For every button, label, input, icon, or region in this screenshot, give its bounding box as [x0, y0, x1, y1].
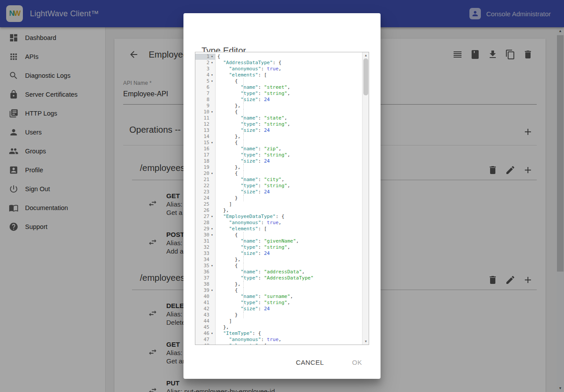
- line-gutter[interactable]: 8: [195, 97, 216, 103]
- line-gutter[interactable]: 5▾: [195, 78, 216, 84]
- fold-toggle-icon[interactable]: ▾: [209, 109, 215, 115]
- code-line[interactable]: 9 },: [195, 103, 362, 109]
- fold-toggle-icon[interactable]: ▾: [209, 54, 215, 60]
- line-gutter[interactable]: 31: [195, 238, 216, 244]
- fold-toggle-icon[interactable]: ▾: [209, 78, 215, 84]
- code-line[interactable]: 31 "name": "givenName",: [195, 238, 362, 244]
- fold-toggle-icon[interactable]: ▾: [209, 171, 215, 177]
- fold-toggle-icon[interactable]: ▾: [209, 232, 215, 238]
- line-gutter[interactable]: 2▾: [195, 60, 216, 66]
- code-line[interactable]: 13 "size": 24: [195, 127, 362, 134]
- line-gutter[interactable]: 34: [195, 257, 216, 263]
- line-gutter[interactable]: 42: [195, 306, 216, 312]
- code-line[interactable]: 5▾ {: [195, 78, 362, 84]
- line-gutter[interactable]: 36: [195, 269, 216, 275]
- code-lines[interactable]: 1▾{2▾ "AddressDataType": {3 "anonymous":…: [195, 52, 362, 345]
- fold-toggle-icon[interactable]: ▾: [209, 226, 215, 232]
- line-gutter[interactable]: 40: [195, 294, 216, 300]
- code-line[interactable]: 26 },: [195, 207, 362, 214]
- fold-toggle-icon[interactable]: ▾: [209, 214, 215, 220]
- line-gutter[interactable]: 35▾: [195, 263, 216, 269]
- line-gutter[interactable]: 11: [195, 115, 216, 121]
- code-line[interactable]: 17 "type": "string",: [195, 152, 362, 158]
- line-gutter[interactable]: 19: [195, 164, 216, 171]
- code-line[interactable]: 39▾ {: [195, 287, 362, 294]
- line-gutter[interactable]: 3: [195, 66, 216, 72]
- line-gutter[interactable]: 47: [195, 337, 216, 343]
- line-gutter[interactable]: 12: [195, 121, 216, 127]
- line-gutter[interactable]: 45: [195, 324, 216, 330]
- code-line[interactable]: 35▾ {: [195, 263, 362, 269]
- line-gutter[interactable]: 27▾: [195, 214, 216, 220]
- line-gutter[interactable]: 16: [195, 146, 216, 152]
- code-line[interactable]: 18 "size": 24: [195, 158, 362, 164]
- line-gutter[interactable]: 37: [195, 275, 216, 281]
- code-line[interactable]: 2▾ "AddressDataType": {: [195, 60, 362, 66]
- code-line[interactable]: 33 "size": 24: [195, 250, 362, 257]
- code-line[interactable]: 32 "type": "string",: [195, 244, 362, 250]
- line-gutter[interactable]: 39▾: [195, 287, 216, 294]
- line-gutter[interactable]: 6: [195, 84, 216, 91]
- code-line[interactable]: 12 "type": "string",: [195, 121, 362, 127]
- code-line[interactable]: 21 "name": "city",: [195, 177, 362, 183]
- fold-toggle-icon[interactable]: ▾: [209, 60, 215, 66]
- code-line[interactable]: 48▾ "elements": [: [195, 343, 362, 345]
- code-line[interactable]: 19 },: [195, 164, 362, 171]
- line-gutter[interactable]: 1▾: [195, 54, 216, 60]
- code-line[interactable]: 38 },: [195, 281, 362, 287]
- code-line[interactable]: 44 ]: [195, 318, 362, 324]
- line-gutter[interactable]: 38: [195, 281, 216, 287]
- code-line[interactable]: 23 "size": 24: [195, 189, 362, 195]
- fold-toggle-icon[interactable]: ▾: [209, 343, 215, 345]
- code-line[interactable]: 8 "size": 24: [195, 97, 362, 103]
- code-line[interactable]: 45 },: [195, 324, 362, 330]
- code-line[interactable]: 40 "name": "surname",: [195, 294, 362, 300]
- code-line[interactable]: 1▾{: [195, 54, 362, 60]
- line-gutter[interactable]: 23: [195, 189, 216, 195]
- fold-toggle-icon[interactable]: ▾: [209, 72, 215, 78]
- fold-toggle-icon[interactable]: ▾: [209, 330, 215, 337]
- line-gutter[interactable]: 18: [195, 158, 216, 164]
- code-line[interactable]: 22 "type": "string",: [195, 183, 362, 189]
- line-gutter[interactable]: 26: [195, 207, 216, 214]
- line-gutter[interactable]: 48▾: [195, 343, 216, 345]
- code-line[interactable]: 27▾ "EmployeeDataType": {: [195, 214, 362, 220]
- line-gutter[interactable]: 20▾: [195, 171, 216, 177]
- line-gutter[interactable]: 29▾: [195, 226, 216, 232]
- code-line[interactable]: 36 "name": "addressData",: [195, 269, 362, 275]
- code-line[interactable]: 15▾ {: [195, 140, 362, 146]
- json-code-editor[interactable]: 1▾{2▾ "AddressDataType": {3 "anonymous":…: [195, 52, 369, 345]
- fold-toggle-icon[interactable]: ▾: [209, 140, 215, 146]
- code-line[interactable]: 28 "anonymous": true,: [195, 220, 362, 226]
- line-gutter[interactable]: 32: [195, 244, 216, 250]
- code-line[interactable]: 24 }: [195, 195, 362, 201]
- editor-scroll-up-icon[interactable]: ▲: [363, 52, 369, 58]
- code-line[interactable]: 6 "name": "street",: [195, 84, 362, 91]
- code-line[interactable]: 3 "anonymous": true,: [195, 66, 362, 72]
- line-gutter[interactable]: 46▾: [195, 330, 216, 337]
- line-gutter[interactable]: 24: [195, 195, 216, 201]
- code-line[interactable]: 43 }: [195, 312, 362, 318]
- code-line[interactable]: 4▾ "elements": [: [195, 72, 362, 78]
- fold-toggle-icon[interactable]: ▾: [209, 287, 215, 294]
- code-line[interactable]: 16 "name": "zip",: [195, 146, 362, 152]
- code-line[interactable]: 10▾ {: [195, 109, 362, 115]
- line-gutter[interactable]: 10▾: [195, 109, 216, 115]
- line-gutter[interactable]: 17: [195, 152, 216, 158]
- ok-button[interactable]: OK: [347, 355, 367, 370]
- line-gutter[interactable]: 21: [195, 177, 216, 183]
- code-line[interactable]: 7 "type": "string",: [195, 91, 362, 97]
- line-gutter[interactable]: 25: [195, 201, 216, 207]
- code-line[interactable]: 29▾ "elements": [: [195, 226, 362, 232]
- code-line[interactable]: 20▾ {: [195, 171, 362, 177]
- code-line[interactable]: 37 "type": "AddressDataType": [195, 275, 362, 281]
- line-gutter[interactable]: 4▾: [195, 72, 216, 78]
- line-gutter[interactable]: 33: [195, 250, 216, 257]
- line-gutter[interactable]: 22: [195, 183, 216, 189]
- line-gutter[interactable]: 41: [195, 300, 216, 306]
- cancel-button[interactable]: CANCEL: [290, 355, 329, 370]
- line-gutter[interactable]: 15▾: [195, 140, 216, 146]
- line-gutter[interactable]: 7: [195, 91, 216, 97]
- editor-scroll-down-icon[interactable]: ▼: [363, 338, 369, 345]
- line-gutter[interactable]: 43: [195, 312, 216, 318]
